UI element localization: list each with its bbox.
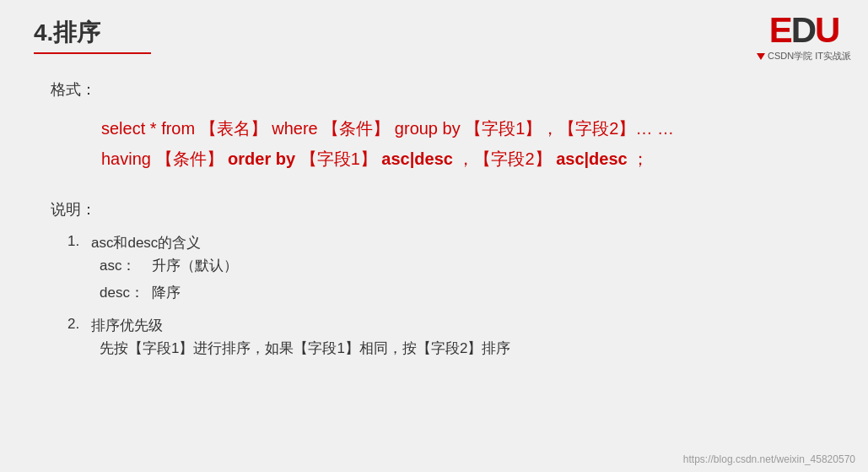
description-label: 说明：: [51, 199, 834, 220]
code-block: select * from 【表名】 where 【条件】 group by 【…: [51, 113, 834, 174]
format-label: 格式：: [51, 79, 834, 100]
page-title: 4.排序: [34, 17, 151, 54]
code-field1: 【字段1】: [300, 149, 382, 168]
code-semicolon: ；: [632, 149, 649, 168]
code-line-1: select * from 【表名】 where 【条件】 group by 【…: [101, 113, 834, 144]
logo-subtitle: CSDN学院 IT实战派: [757, 50, 851, 62]
desc-item-2-num: 2.: [67, 316, 84, 333]
code-line-2: having 【条件】 order by 【字段1】 asc|desc ，【字段…: [101, 144, 834, 174]
content-section: 格式： select * from 【表名】 where 【条件】 group …: [34, 79, 834, 362]
desc-item-2-title: 2. 排序优先级: [67, 316, 834, 335]
desc-item-1-num: 1.: [67, 233, 84, 250]
desc-item-1-sub: asc： 升序（默认） desc： 降序: [67, 252, 834, 307]
code-having: having: [101, 149, 151, 168]
watermark: https://blog.csdn.net/weixin_45820570: [683, 453, 855, 465]
desc-item-1: 1. asc和desc的含义 asc： 升序（默认） desc： 降序: [67, 233, 834, 307]
desc-asc-line: asc： 升序（默认）: [100, 252, 834, 279]
code-order-by: order by: [228, 149, 295, 168]
desc-item-1-label: asc和desc的含义: [91, 233, 201, 252]
code-comma: ，【字段2】: [457, 149, 556, 168]
desc-desc-line: desc： 降序: [100, 279, 834, 307]
logo-text: EDU: [769, 13, 839, 48]
main-container: 4.排序 格式： select * from 【表名】 where 【条件】 g…: [0, 0, 868, 472]
title-section: 4.排序: [34, 17, 834, 54]
desc-priority-line: 先按【字段1】进行排序，如果【字段1】相同，按【字段2】排序: [100, 335, 834, 362]
description-list: 1. asc和desc的含义 asc： 升序（默认） desc： 降序 2. 排…: [51, 233, 834, 362]
desc-item-2-label: 排序优先级: [91, 316, 163, 335]
logo-letter-d: D: [791, 10, 815, 50]
desc-item-1-title: 1. asc和desc的含义: [67, 233, 834, 252]
desc-item-2: 2. 排序优先级 先按【字段1】进行排序，如果【字段1】相同，按【字段2】排序: [67, 316, 834, 362]
desc-item-2-sub: 先按【字段1】进行排序，如果【字段1】相同，按【字段2】排序: [67, 335, 834, 362]
logo-triangle-icon: [757, 53, 765, 60]
logo-letter-e: E: [769, 10, 791, 50]
logo-letter-u: U: [815, 10, 838, 50]
code-line1-text: select * from 【表名】 where 【条件】 group by 【…: [101, 119, 674, 138]
code-condition: 【条件】: [156, 149, 229, 168]
code-asc-desc-1: asc|desc: [381, 149, 453, 168]
logo: EDU CSDN学院 IT实战派: [757, 13, 851, 62]
code-asc-desc-2: asc|desc: [556, 149, 628, 168]
